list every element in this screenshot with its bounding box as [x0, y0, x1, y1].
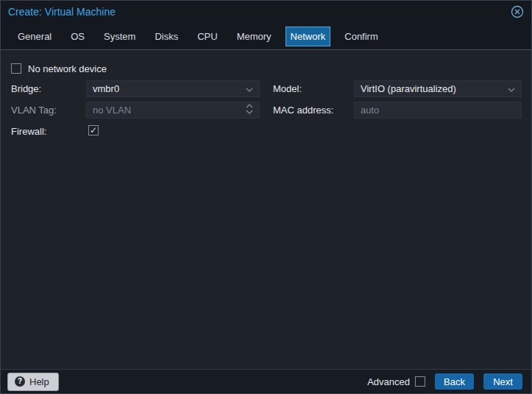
model-label: Model:: [273, 83, 302, 94]
advanced-checkbox[interactable]: [415, 376, 425, 387]
tab-confirm[interactable]: Confirm: [339, 27, 383, 46]
tab-os[interactable]: OS: [65, 27, 90, 46]
tab-network[interactable]: Network: [285, 27, 331, 46]
chevron-down-icon[interactable]: [246, 83, 253, 94]
bridge-value: vmbr0: [93, 83, 119, 94]
tab-system[interactable]: System: [99, 27, 141, 46]
network-tab-panel: No network device Bridge: vmbr0 Model: V…: [1, 50, 531, 369]
tab-cpu[interactable]: CPU: [192, 27, 222, 46]
dialog-header: Create: Virtual Machine: [1, 1, 531, 23]
vlan-tag-spinner[interactable]: no VLAN: [86, 102, 260, 119]
help-button[interactable]: ? Help: [7, 373, 59, 391]
firewall-checkbox[interactable]: ✓: [88, 125, 99, 136]
dialog-footer: ? Help Advanced Back Next: [1, 369, 531, 393]
close-icon[interactable]: [511, 5, 524, 18]
create-vm-dialog: Create: Virtual Machine General OS Syste…: [0, 0, 532, 394]
vlan-tag-label: VLAN Tag:: [11, 105, 57, 116]
firewall-label: Firewall:: [11, 126, 46, 137]
bridge-label: Bridge:: [11, 83, 41, 94]
model-value: VirtIO (paravirtualized): [361, 83, 456, 94]
tab-bar: General OS System Disks CPU Memory Netwo…: [1, 23, 531, 50]
help-label: Help: [29, 376, 49, 387]
spinner-icons[interactable]: [246, 104, 253, 116]
mac-address-placeholder: auto: [361, 105, 379, 116]
question-icon: ?: [15, 376, 25, 387]
no-network-device-checkbox[interactable]: [11, 63, 21, 74]
tab-memory[interactable]: Memory: [232, 27, 277, 46]
vlan-tag-value: no VLAN: [93, 105, 131, 116]
chevron-down-icon[interactable]: [508, 83, 515, 94]
mac-address-label: MAC address:: [273, 105, 333, 116]
bridge-combobox[interactable]: vmbr0: [86, 80, 260, 97]
tab-general[interactable]: General: [13, 27, 57, 46]
dialog-title: Create: Virtual Machine: [8, 6, 116, 18]
advanced-label: Advanced: [367, 376, 410, 387]
no-network-device-label: No network device: [28, 63, 107, 74]
next-button[interactable]: Next: [483, 373, 522, 390]
model-combobox[interactable]: VirtIO (paravirtualized): [354, 80, 522, 97]
mac-address-input[interactable]: auto: [354, 102, 522, 119]
back-button[interactable]: Back: [435, 373, 474, 390]
tab-disks[interactable]: Disks: [149, 27, 183, 46]
